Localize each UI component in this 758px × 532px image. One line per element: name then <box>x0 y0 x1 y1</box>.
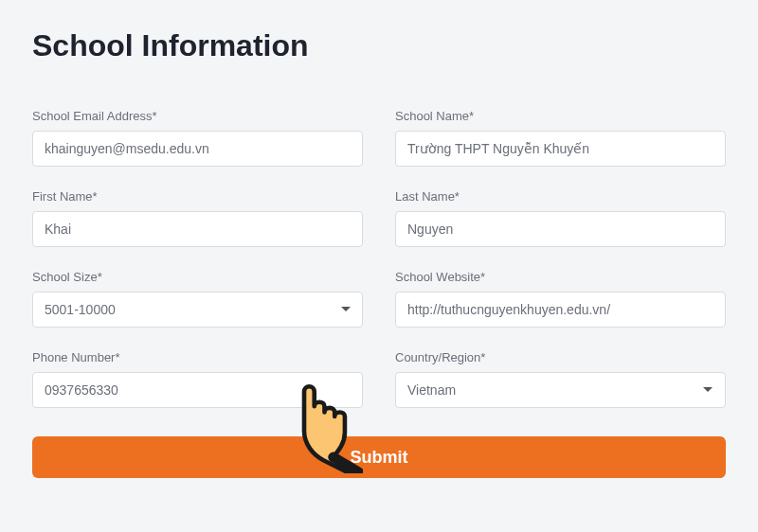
school-size-label: School Size* <box>32 270 363 284</box>
school-size-field-wrapper: School Size* 5001-10000 <box>32 270 363 328</box>
school-website-input[interactable] <box>395 292 726 328</box>
phone-field-wrapper: Phone Number* <box>32 350 363 408</box>
first-name-label: First Name* <box>32 189 363 204</box>
form-container: School Information School Email Address*… <box>0 0 758 478</box>
school-name-label: School Name* <box>395 109 726 123</box>
email-label: School Email Address* <box>32 109 363 123</box>
email-input[interactable] <box>32 131 363 167</box>
first-name-field-wrapper: First Name* <box>32 189 363 247</box>
country-label: Country/Region* <box>395 350 726 364</box>
phone-label: Phone Number* <box>32 350 363 364</box>
school-size-select[interactable]: 5001-10000 <box>32 292 363 328</box>
first-name-input[interactable] <box>32 211 363 247</box>
last-name-field-wrapper: Last Name* <box>395 189 726 247</box>
school-name-field-wrapper: School Name* <box>395 109 726 167</box>
country-select[interactable]: Vietnam <box>395 372 726 408</box>
submit-button[interactable]: Submit <box>32 436 726 478</box>
school-website-label: School Website* <box>395 270 726 284</box>
last-name-label: Last Name* <box>395 189 726 204</box>
email-field-wrapper: School Email Address* <box>32 109 363 167</box>
form-grid: School Email Address* School Name* First… <box>32 109 726 478</box>
phone-input[interactable] <box>32 372 363 408</box>
last-name-input[interactable] <box>395 211 726 247</box>
school-name-input[interactable] <box>395 131 726 167</box>
school-website-field-wrapper: School Website* <box>395 270 726 328</box>
page-title: School Information <box>32 28 726 63</box>
country-field-wrapper: Country/Region* Vietnam <box>395 350 726 408</box>
